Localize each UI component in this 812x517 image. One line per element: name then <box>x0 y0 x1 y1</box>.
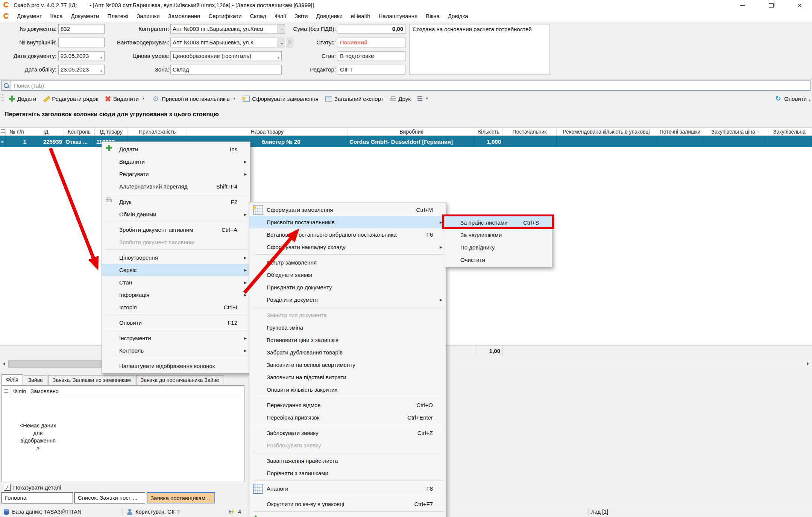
form-order-button[interactable]: Сформувати замовлення <box>239 93 322 104</box>
detail-column-header[interactable]: Замовлено <box>28 386 244 397</box>
column-header[interactable]: ІД <box>28 128 64 135</box>
menu-item[interactable]: Сервіс ▶ <box>102 264 250 276</box>
close-button[interactable]: × <box>791 0 808 11</box>
menu-item[interactable]: Встановити останнього вибраного постачал… <box>249 228 446 241</box>
menu-item[interactable]: Розділити документ ▶ <box>249 293 446 306</box>
menu-item[interactable]: Друк F2 ▶ <box>102 196 250 208</box>
menu-item[interactable]: Ціноутворення ▶ <box>102 251 250 264</box>
menu-item[interactable]: Інструменти ▶ <box>102 332 250 344</box>
window-tab-list[interactable]: Список: Заявки пост ... <box>74 492 145 503</box>
menu-item[interactable]: Редагувати ▶ <box>102 168 250 180</box>
menu-item[interactable]: Налаштувати відображення колонок ▶ <box>102 360 250 372</box>
detail-tab[interactable]: Зайве <box>24 375 47 385</box>
column-header[interactable]: Закупівельна ціна△ <box>704 128 767 135</box>
menu-item[interactable]: По довіднику <box>445 241 552 254</box>
menu-item[interactable]: Встановити ціни з залишків ▶ <box>249 334 446 346</box>
column-header[interactable]: Приналежність <box>128 128 187 135</box>
add-button[interactable]: Додати <box>6 93 39 104</box>
menubar-item[interactable]: Вікна <box>422 11 444 21</box>
menubar-item[interactable]: Сертифікати <box>204 11 246 21</box>
note-field[interactable]: Создана на основании расчета потребносте… <box>409 24 550 75</box>
menu-item[interactable]: Заблокувати заявку Ctrl+Z ▶ <box>249 427 446 439</box>
detail-column-header[interactable]: Філія <box>11 386 28 397</box>
menu-item[interactable]: Альтернативний перегляд Shift+F4 ▶ <box>102 180 250 193</box>
menu-item[interactable]: Shift+F12 ▶ <box>249 513 446 517</box>
window-tab-main[interactable]: Головна <box>2 492 73 503</box>
column-header[interactable]: Контроль <box>64 128 95 135</box>
column-header[interactable]: Закупівельна <box>767 128 812 135</box>
menu-item[interactable]: Історія Ctrl+I ▶ <box>102 301 250 313</box>
menu-item[interactable]: Інформація ▶ <box>102 289 250 301</box>
restore-button[interactable] <box>763 0 779 11</box>
column-header[interactable]: ІД товару <box>95 128 128 135</box>
sum-field[interactable]: 0,00 <box>338 24 405 34</box>
menu-item[interactable]: Сформувати замовлення Ctrl+M ▶ <box>249 204 446 216</box>
menu-item[interactable]: Забрати дублювання товарів ▶ <box>249 346 446 359</box>
menu-item[interactable]: Додати Ins ▶ <box>102 143 250 155</box>
menu-item[interactable]: Завантаження прайс-листа ▶ <box>249 455 446 467</box>
zone-field[interactable]: Склад <box>170 65 282 75</box>
menu-item[interactable]: Присвоїти постачальників ▶ <box>249 216 446 228</box>
menu-item[interactable]: Зробити документ активним Ctrl+A ▶ <box>102 224 250 236</box>
menu-item[interactable]: Заповнити на основі асортименту ▶ <box>249 359 446 371</box>
detail-grid-options-button[interactable] <box>2 386 11 397</box>
window-tab-current[interactable]: Заявка поставщикам .. <box>147 492 215 503</box>
menubar-item[interactable]: Залишки <box>132 11 164 21</box>
show-details-checkbox[interactable]: ✓ <box>4 484 11 491</box>
menu-item[interactable]: Контроль ▶ <box>102 344 250 357</box>
menubar-item[interactable]: Довідка <box>444 11 472 21</box>
menubar-item[interactable]: Налаштування <box>375 11 422 21</box>
menu-item[interactable]: Аналоги F8 ▶ <box>249 482 446 495</box>
menu-item[interactable]: Заповнити на підставі витрати ▶ <box>249 371 446 383</box>
menubar-item[interactable]: Каса <box>46 11 67 21</box>
menubar-item[interactable]: Звіти <box>290 11 312 21</box>
menubar-item[interactable]: eHealth <box>347 11 375 21</box>
print-button[interactable]: Друк <box>387 93 414 104</box>
menu-item[interactable]: Перевірка прив'язок Ctrl+Enter ▶ <box>249 411 446 424</box>
menubar-item[interactable]: Документ <box>13 11 46 21</box>
price-condition-field[interactable]: Ценообразование (госпиталь)▾ <box>170 51 282 61</box>
column-header[interactable]: Поточні залишки <box>656 128 704 135</box>
consignee-field[interactable]: Апт №003 пгт.Барышевка, ул.К <box>170 38 277 47</box>
toolbar-grip[interactable] <box>2 94 3 103</box>
detail-tab[interactable]: Заявка до постачальника Зайве <box>136 375 224 385</box>
menu-item[interactable]: Перекидання відмов Ctrl+O ▶ <box>249 399 446 411</box>
detail-tab[interactable]: Заявка. Залишки по замінникам <box>48 375 135 385</box>
menu-item[interactable]: Порівняти з залишками ▶ <box>249 467 446 479</box>
export-button[interactable]: Загальний експорт <box>322 93 387 104</box>
grid-options-button[interactable] <box>0 128 6 135</box>
scroll-right-button[interactable] <box>804 360 812 368</box>
contractor-field[interactable]: Апт №003 пгт.Барышевка, ул.Киев <box>170 24 277 34</box>
menubar-item[interactable]: Платежі <box>103 11 132 21</box>
search-input[interactable] <box>11 82 810 89</box>
column-header[interactable]: Постачальник <box>503 128 557 135</box>
menu-item[interactable]: Округлити по кв-ву в упаковці Ctrl+F7 ▶ <box>249 498 446 510</box>
menu-item[interactable]: Змінити тип документа ▶ <box>249 309 446 321</box>
menu-item[interactable]: Оновити кількість закритих ▶ <box>249 383 446 396</box>
menubar-item[interactable]: Замовлення <box>164 11 204 21</box>
menubar-item[interactable]: Довідники <box>312 11 347 21</box>
menu-item[interactable]: За надлишками <box>445 229 552 241</box>
detail-tab[interactable]: Філія <box>2 374 23 385</box>
menu-item[interactable]: Обмін даними ▶ <box>102 208 250 220</box>
column-header[interactable]: Виробник <box>348 128 475 135</box>
minimize-button[interactable] <box>734 0 751 11</box>
menu-item[interactable]: Об'єднати заявки ▶ <box>249 269 446 281</box>
column-header[interactable]: № п/п <box>6 128 28 135</box>
column-header[interactable]: Кількість <box>475 128 503 135</box>
edit-row-button[interactable]: Редагувати рядок <box>39 93 102 104</box>
menu-item[interactable]: Розблокувати заявку ▶ <box>249 439 446 452</box>
menubar-item[interactable]: Склад <box>246 11 270 21</box>
menubar-item[interactable]: Документи <box>67 11 103 21</box>
print-options-button[interactable]: ▼ <box>414 93 432 104</box>
menu-item[interactable]: Сформувати накладну складу ▶ <box>249 241 446 253</box>
menu-item[interactable]: Зробити документ пасивним ▶ <box>102 236 250 248</box>
menu-item[interactable]: Стан ▶ <box>102 276 250 289</box>
menu-item[interactable]: Видалити ▶ <box>102 155 250 168</box>
menu-item[interactable]: Оновити F12 ▶ <box>102 316 250 329</box>
menubar-item[interactable]: Філії <box>270 11 290 21</box>
scroll-left-button[interactable] <box>0 360 8 368</box>
menu-item[interactable]: Очистити <box>445 254 552 266</box>
column-header[interactable]: Назва товару <box>187 128 348 135</box>
assign-suppliers-button[interactable]: ⚙Присвоїти постачальників▼ <box>149 93 240 104</box>
